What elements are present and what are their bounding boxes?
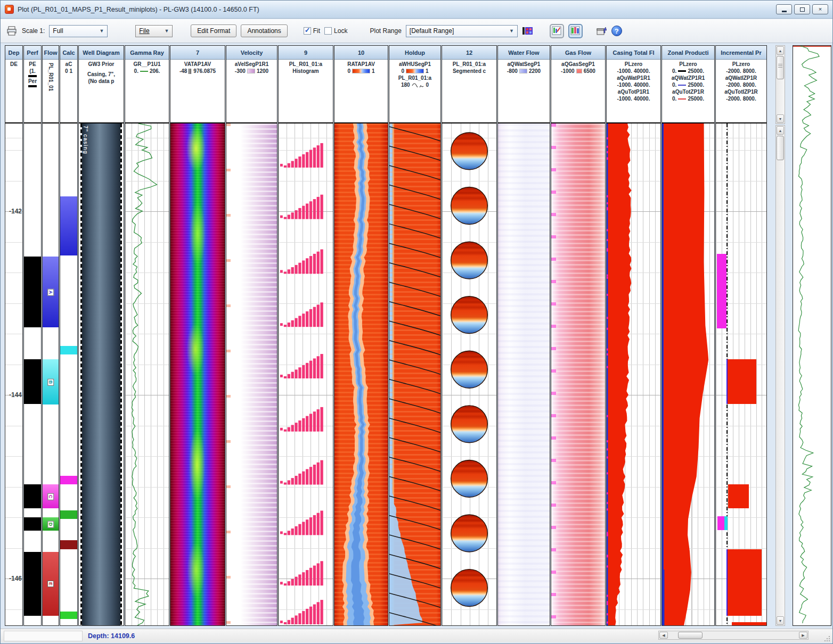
zonal-production-area <box>662 123 714 625</box>
lock-checkbox-row[interactable]: Lock <box>324 27 347 35</box>
curve-name: aQuWatP1R1 <box>607 75 660 81</box>
track-title: Well Diagram <box>79 46 124 60</box>
fit-checkbox[interactable] <box>304 27 311 35</box>
status-panel <box>4 631 83 641</box>
printer-icon <box>6 26 17 36</box>
curve-name: PL_R01_01:a <box>279 61 333 68</box>
maximize-button[interactable] <box>794 4 810 14</box>
velocity-map-body[interactable] <box>170 122 225 625</box>
scroll-left-icon[interactable]: ◀ <box>659 632 668 639</box>
histogram-body[interactable] <box>279 122 333 625</box>
segmented-body[interactable] <box>442 122 496 625</box>
annotations-button[interactable]: Annotations <box>241 24 287 37</box>
scrollbar-thumb[interactable] <box>777 56 784 79</box>
curve-name: aQWatZP1R1 <box>662 75 714 81</box>
depth-track-body[interactable]: -142 -144 -146 <box>5 122 22 625</box>
incr-block-red <box>732 622 766 625</box>
casing-total-flow-body[interactable] <box>607 122 660 625</box>
track-subheader: PLzero 0. 25000. aQWatZP1R1 0. 25000. aQ… <box>662 60 714 122</box>
export-button[interactable] <box>595 25 607 37</box>
colorscale-icon <box>406 69 424 73</box>
help-button[interactable]: ? <box>611 26 622 36</box>
scroll-up-icon[interactable]: ▲ <box>777 46 784 55</box>
print-button[interactable] <box>6 25 18 37</box>
flow-zone-b: B <box>43 359 59 404</box>
track-incremental-production: Incremental Pr PLzero -2000.8000. aQWatI… <box>715 45 767 626</box>
plot-horizontal-scrollbar[interactable]: ◀ ▶ <box>658 631 808 640</box>
fit-checkbox-row[interactable]: Fit <box>304 27 320 35</box>
track-gamma-ray: Gamma Ray GR__P1U1 0. 206. <box>125 45 169 626</box>
curve-name: PE <box>24 61 41 68</box>
plot-mode-edit-button[interactable] <box>550 24 564 38</box>
minimize-button[interactable] <box>776 4 792 14</box>
plot-range-label: Plot Range <box>370 27 401 35</box>
casing-flow-area <box>607 123 660 625</box>
rata-map-body[interactable] <box>334 122 388 625</box>
holdup-streamlines <box>389 123 440 625</box>
plot-vertical-scrollbar[interactable]: ▲ ▼ <box>775 125 785 626</box>
track-title: Holdup <box>389 46 440 60</box>
velocity-body[interactable] <box>226 122 277 625</box>
scale-max: 25000. <box>688 95 704 102</box>
scrollbar-thumb[interactable] <box>777 136 784 160</box>
track-title: Incremental Pr <box>716 46 766 60</box>
casing-wall-right <box>120 123 122 625</box>
close-button[interactable]: × <box>812 4 828 14</box>
overview-track[interactable] <box>793 45 831 626</box>
gamma-ray-body[interactable] <box>125 122 169 625</box>
track-rata-map: 10 RATAP1AV 0 1 <box>334 45 388 626</box>
holdup-body[interactable] <box>389 122 440 625</box>
file-menu-button[interactable]: File ▼ <box>135 25 173 37</box>
calc-track-body[interactable] <box>60 122 77 625</box>
scroll-right-icon[interactable]: ▶ <box>799 632 807 639</box>
header-scrollbar[interactable]: ▲ ▼ <box>775 45 785 124</box>
scrollbar-thumb[interactable] <box>678 632 703 639</box>
curve-name: aQWatIZP1R <box>716 75 766 81</box>
scroll-down-icon[interactable]: ▼ <box>777 616 784 625</box>
zone-label: E <box>47 581 54 587</box>
water-flow-body[interactable] <box>498 122 550 625</box>
plot-range-select[interactable]: [Default Range] ▼ <box>406 25 518 37</box>
curve-name: PL_R01_01 <box>48 63 54 91</box>
track-well-diagram: Well Diagram GW3 Prior Casing, 7", (No d… <box>78 45 124 626</box>
resize-grip[interactable] <box>824 635 830 642</box>
track-subheader: aVelSegP1R1 -300 1200 <box>226 60 277 122</box>
scale-max: 2200 <box>529 68 541 75</box>
interval-colors-button[interactable] <box>522 25 534 37</box>
gr-curve-legend <box>140 71 148 72</box>
scroll-up-icon[interactable]: ▲ <box>777 126 784 135</box>
casing-desc: Casing, 7", <box>79 71 124 78</box>
edit-format-button[interactable]: Edit Format <box>191 24 236 37</box>
curve-name: PLzero <box>662 61 714 68</box>
track-title: 10 <box>334 46 388 60</box>
depth-label: -146 <box>9 575 22 582</box>
curve-name: PLzero <box>716 61 766 68</box>
scale-min: 0. <box>672 81 676 88</box>
scale-max: 8000. <box>743 68 756 75</box>
zonal-production-body[interactable] <box>662 122 714 625</box>
curve-scale: Per <box>24 78 41 85</box>
scale-label: Scale 1: <box>22 27 45 35</box>
scale-select[interactable]: Full ▼ <box>49 25 108 37</box>
curve-name: aWHUSegP1 <box>389 61 440 68</box>
track-subheader: GR__P1U1 0. 206. <box>125 60 169 122</box>
well-diagram-body[interactable]: 7" casing <box>79 122 124 625</box>
log-plot-area: Dep DE -142 -144 -146 Perf PE (1. Per <box>5 45 767 626</box>
gas-flow-body[interactable] <box>551 122 605 625</box>
plot-mode-view-button[interactable] <box>568 24 583 38</box>
curve-legend <box>678 85 686 86</box>
scale-min: -2000. <box>726 95 741 102</box>
scale-max: 25000. <box>688 81 704 88</box>
flow-zone-track-body[interactable]: A B C D E <box>43 122 59 625</box>
flow-zone-a: A <box>43 257 59 327</box>
scale-min: 0. <box>134 68 138 75</box>
scroll-down-icon[interactable]: ▼ <box>777 114 784 123</box>
track-calc: Calc aC 0 1 <box>60 45 78 626</box>
perforation-track-body[interactable] <box>24 122 41 625</box>
track-water-flow: Water Flow aQWatSegP1 -800 2200 <box>497 45 550 626</box>
lock-checkbox[interactable] <box>324 27 332 35</box>
incremental-production-body[interactable] <box>716 122 766 625</box>
track-subheader: PL_R01_01 <box>43 60 59 122</box>
track-title: Perf <box>24 46 41 60</box>
incr-block-magenta <box>717 254 726 328</box>
